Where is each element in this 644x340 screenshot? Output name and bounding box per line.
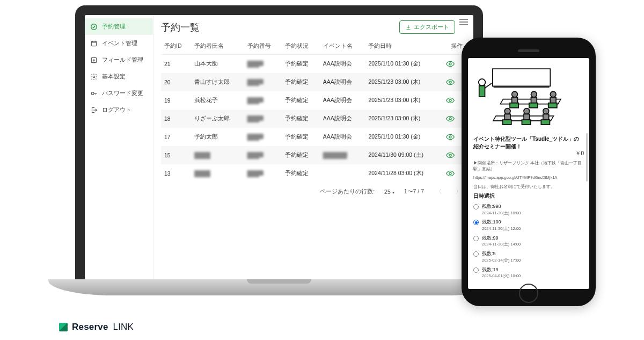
sidebar-item-events[interactable]: イベント管理 xyxy=(85,35,153,52)
cell-date: 2025/1/23 03:00 (木) xyxy=(365,110,443,128)
cell-id: 19 xyxy=(161,91,191,110)
cell-event xyxy=(320,164,365,183)
cell-id: 13 xyxy=(161,164,191,183)
sidebar-item-reservations[interactable]: 予約管理 xyxy=(85,18,153,35)
slot-label: 残数:100 xyxy=(482,219,501,225)
time-slot[interactable]: 残数:1002024-11-30(土) 12:00 xyxy=(473,218,584,233)
redacted-text: ████ xyxy=(194,170,210,176)
rows-per-page-select[interactable]: 25 ▾ xyxy=(384,189,394,195)
time-slot[interactable]: 残数:192025-04-01(火) 10:00 xyxy=(473,265,584,281)
col-date: 予約日時 xyxy=(365,38,443,55)
redacted-text: ███ xyxy=(247,79,264,84)
time-slot[interactable]: 残数:9982024-11-30(土) 10:00 xyxy=(473,202,584,218)
svg-point-3 xyxy=(93,76,95,78)
svg-rect-25 xyxy=(548,103,557,108)
cell-id: 17 xyxy=(161,128,191,146)
sidebar-item-label: イベント管理 xyxy=(102,39,137,47)
cell-event: AAA説明会 xyxy=(320,55,365,74)
redacted-text: ██████ xyxy=(323,152,347,157)
laptop-base xyxy=(48,279,510,295)
radio-icon xyxy=(473,204,479,209)
svg-rect-28 xyxy=(504,114,510,120)
svg-rect-23 xyxy=(510,103,518,108)
cell-number: ███ xyxy=(244,55,282,74)
svg-point-21 xyxy=(550,91,556,97)
calendar-icon xyxy=(90,40,98,47)
cell-status: 予約確定 xyxy=(282,73,320,91)
cell-status: 予約確定 xyxy=(282,128,320,146)
sidebar-item-label: ログアウト xyxy=(102,106,131,114)
sidebar-item-fields[interactable]: フィールド管理 xyxy=(85,52,153,68)
svg-rect-35 xyxy=(541,120,550,125)
svg-rect-1 xyxy=(91,41,96,46)
rows-per-page-label: ページあたりの行数: xyxy=(320,188,375,196)
view-button[interactable] xyxy=(446,61,463,67)
redacted-text: ███ xyxy=(247,115,264,121)
view-button[interactable] xyxy=(446,115,463,122)
datetime-select-heading: 日時選択 xyxy=(473,193,584,200)
cell-number: ███ xyxy=(244,164,282,183)
view-button[interactable] xyxy=(446,152,463,158)
svg-point-27 xyxy=(504,108,510,114)
sidebar-item-logout[interactable]: ログアウト xyxy=(85,102,153,118)
sidebar: 予約管理 イベント管理 フィールド管理 xyxy=(85,15,153,279)
redacted-text: ███ xyxy=(247,170,264,176)
brand-text-1: Reserve xyxy=(72,322,108,332)
sidebar-item-label: 基本設定 xyxy=(102,73,126,81)
event-venue: ▶開催場所：リザーブリンク 本社（地下鉄「青山一丁目駅」直結） xyxy=(473,161,584,172)
sidebar-item-password[interactable]: パスワード変更 xyxy=(85,85,153,102)
slot-datetime: 2025-04-01(火) 10:00 xyxy=(482,273,521,278)
phone-scrollbar[interactable] xyxy=(586,133,588,182)
cell-name: 山本大助 xyxy=(191,55,244,74)
event-map-url[interactable]: https://maps.app.goo.gl/UTYMP9dGncDiMjk1… xyxy=(473,175,584,181)
cell-status: 予約確定 xyxy=(282,55,320,74)
cell-name: りざーぶ太郎 xyxy=(191,110,244,128)
event-price: ￥0 xyxy=(473,150,584,157)
cell-number: ███ xyxy=(244,128,282,146)
cell-id: 18 xyxy=(161,110,191,128)
svg-line-15 xyxy=(485,83,492,88)
view-button[interactable] xyxy=(446,170,463,177)
redacted-text: ███ xyxy=(247,97,264,103)
main-panel: 予約一覧 エクスポート 予約ID 予約者氏名 予約番号 xyxy=(153,15,473,279)
time-slot[interactable]: 残数:992024-11-30(土) 14:00 xyxy=(473,234,584,249)
sidebar-item-label: フィールド管理 xyxy=(102,56,143,64)
cell-id: 15 xyxy=(161,146,191,164)
seminar-illustration xyxy=(473,62,584,132)
plus-box-icon xyxy=(90,56,98,64)
svg-rect-33 xyxy=(503,120,511,125)
admin-app: 予約管理 イベント管理 フィールド管理 xyxy=(85,15,473,279)
view-button[interactable] xyxy=(446,134,463,140)
prev-page-button[interactable]: 〈 xyxy=(434,188,444,196)
reservations-table: 予約ID 予約者氏名 予約番号 予約状況 イベント名 予約日時 操作 21山本大… xyxy=(161,38,466,183)
logout-icon xyxy=(90,106,98,114)
event-title: イベント特化型ツール「Tsudle_ツドル」の紹介セミナー開催！ xyxy=(473,135,584,150)
cell-number: ███ xyxy=(244,146,282,164)
cell-date: 2025/1/23 03:00 (木) xyxy=(365,73,443,91)
sidebar-item-settings[interactable]: 基本設定 xyxy=(85,68,153,85)
svg-point-4 xyxy=(91,92,94,95)
slot-datetime: 2024-11-30(土) 10:00 xyxy=(482,211,521,215)
redacted-text: ███ xyxy=(247,152,264,157)
cell-status: 予約確定 xyxy=(282,110,320,128)
gear-icon xyxy=(90,73,98,81)
svg-rect-24 xyxy=(529,103,538,108)
cell-date: 2024/11/30 09:00 (土) xyxy=(365,146,443,164)
view-button[interactable] xyxy=(446,79,463,85)
cell-date: 2025/1/23 03:00 (木) xyxy=(365,91,443,110)
view-button[interactable] xyxy=(446,97,463,104)
table-row: 13███████予約確定2024/11/28 03:00 (木) xyxy=(161,164,466,183)
menu-icon[interactable] xyxy=(459,19,468,25)
check-circle-icon xyxy=(90,23,98,31)
export-label: エクスポート xyxy=(414,23,449,31)
svg-point-31 xyxy=(543,108,549,114)
time-slot[interactable]: 残数:52025-02-14(金) 17:00 xyxy=(473,249,584,265)
table-row: 18りざーぶ太郎███予約確定AAA説明会2025/1/23 03:00 (木) xyxy=(161,110,466,128)
svg-point-17 xyxy=(512,91,518,97)
col-name: 予約者氏名 xyxy=(191,38,244,55)
col-number: 予約番号 xyxy=(244,38,282,55)
chevron-down-icon: ▾ xyxy=(392,190,394,195)
cell-date: 2025/1/10 01:30 (金) xyxy=(365,128,443,146)
cell-event: AAA説明会 xyxy=(320,91,365,110)
export-button[interactable]: エクスポート xyxy=(399,20,455,34)
